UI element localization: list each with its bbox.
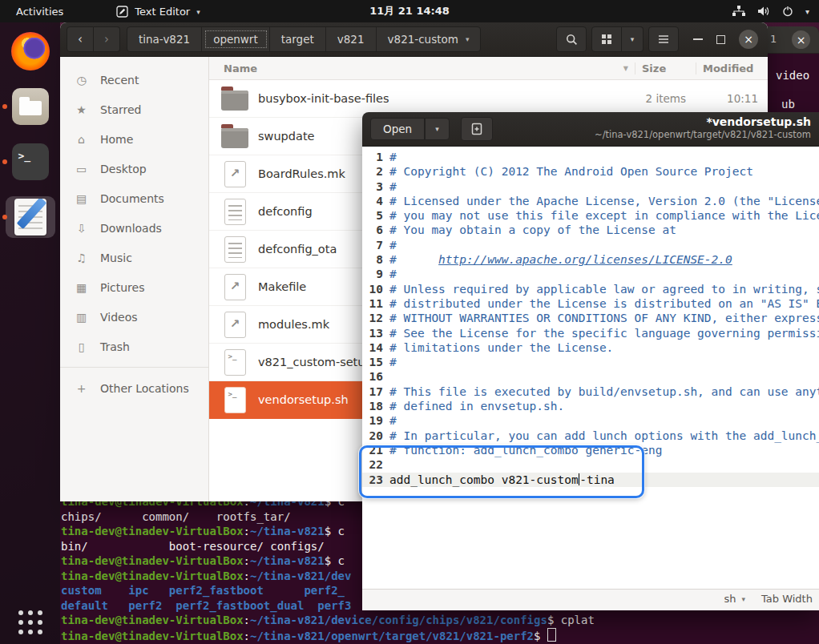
line-number: 1 — [362, 150, 389, 164]
window-controls: × — [693, 30, 758, 49]
folder-icon — [221, 122, 248, 151]
breadcrumb-item-target[interactable]: target — [270, 27, 326, 51]
terminal-side-text: video — [776, 69, 809, 82]
breadcrumb-label: v821-custom — [388, 33, 458, 46]
chevron-down-icon: ▾ — [631, 35, 635, 43]
sidebar-item-downloads[interactable]: ⇩Downloads — [60, 213, 208, 243]
clock[interactable]: 11月 21 14:48 — [369, 4, 450, 18]
build-glyph — [224, 274, 246, 300]
breadcrumb-item-v821-custom[interactable]: v821-custom▾ — [377, 27, 481, 51]
show-applications-button[interactable] — [18, 610, 42, 634]
sidebar-item-desktop[interactable]: ▭Desktop — [60, 154, 208, 183]
sidebar-item-pictures[interactable]: ▦Pictures — [60, 272, 208, 302]
text: # Licensed under the Apache License, Ver… — [389, 195, 819, 207]
code-line-16: 16 — [362, 369, 819, 384]
top-bar: Activities Text Editor ▾ 11月 21 14:48 ▾ — [0, 0, 819, 22]
file-name: busybox-init-base-files — [258, 92, 631, 105]
text: custom ipc perf2_fastboot perf2_ — [61, 584, 345, 597]
code-text: # you may not use this file except in co… — [389, 208, 819, 223]
text: # — [389, 268, 397, 280]
dock-item-text-editor[interactable] — [6, 196, 55, 238]
app-grid-dot — [28, 610, 33, 615]
text: # See the License for the specific langu… — [389, 327, 819, 340]
text: tina-dev@tinadev-VirtualBox — [61, 630, 244, 642]
view-options-button[interactable]: ▾ — [622, 26, 644, 52]
breadcrumb-item-tina-v821[interactable]: tina-v821 — [127, 27, 202, 51]
text: : — [244, 614, 250, 626]
trash-icon: ▯ — [75, 340, 88, 353]
doc-glyph — [224, 236, 246, 263]
app-menu-label: Text Editor — [135, 6, 190, 18]
editor-headerbar: Open ▾ *vendorsetup.sh ~/tina-v821/openw… — [362, 112, 819, 147]
code-line-8: 8# http://www.apache.org/licenses/LICENS… — [362, 252, 819, 267]
dock-item-firefox[interactable] — [6, 30, 55, 72]
tab-width-selector[interactable]: Tab Width — [761, 593, 813, 605]
sidebar-item-trash[interactable]: ▯Trash — [60, 332, 208, 361]
column-header-modified[interactable]: Modified — [696, 62, 768, 74]
sidebar-item-music[interactable]: ♫Music — [60, 243, 208, 272]
line-number: 9 — [362, 267, 389, 281]
running-indicator — [2, 159, 7, 164]
desktop: 1 × videoub tina-dev@tinadev-VirtualBox:… — [0, 0, 819, 644]
system-status-area[interactable]: ▾ — [732, 6, 809, 17]
breadcrumb-item-v821[interactable]: v821 — [326, 27, 377, 51]
sidebar-item-other-locations[interactable]: +Other Locations — [60, 373, 208, 403]
sidebar-item-documents[interactable]: ▤Documents — [60, 183, 208, 213]
sidebar-item-starred[interactable]: ★Starred — [60, 95, 208, 124]
terminal-line: tina-dev@tinadev-VirtualBox:~/tina-v821/… — [61, 613, 595, 628]
build-icon — [221, 159, 248, 188]
sidebar-item-home[interactable]: ⌂Home — [60, 124, 208, 154]
grid-view-button[interactable] — [591, 26, 622, 52]
text: : — [244, 554, 250, 567]
sidebar-item-recent[interactable]: ◷Recent — [60, 65, 208, 95]
back-button[interactable]: ‹ — [67, 26, 94, 52]
terminal-close-button[interactable]: × — [792, 30, 810, 49]
editor-text-area[interactable]: 1#2# Copyright (C) 2012 The Android Open… — [362, 147, 819, 589]
search-button[interactable] — [556, 26, 587, 52]
activities-button[interactable]: Activities — [16, 6, 63, 18]
dock-item-terminal[interactable]: >_ — [6, 141, 55, 183]
breadcrumb-label: v821 — [337, 33, 365, 46]
dock-item-files[interactable] — [6, 86, 55, 127]
code-text: # — [389, 238, 397, 252]
app-grid-dot — [38, 620, 42, 625]
line-number: 16 — [362, 369, 389, 384]
code-line-18: 18# defined in envsetup.sh. — [362, 399, 819, 413]
editor-title-block: *vendorsetup.sh ~/tina-v821/openwrt/targ… — [595, 115, 811, 140]
doc-icon — [221, 197, 248, 226]
code-line-9: 9# — [362, 267, 819, 281]
code-line-17: 17# This file is executed by build/envse… — [362, 384, 819, 399]
files-close-button[interactable]: × — [739, 30, 758, 49]
maximize-button[interactable] — [716, 35, 725, 44]
terminal-side-text: ub — [781, 98, 795, 111]
text: # — [389, 414, 397, 427]
open-dropdown-button[interactable]: ▾ — [425, 118, 450, 140]
code-line-12: 12# WITHOUT WARRANTIES OR CONDITIONS OF … — [362, 311, 819, 325]
close-icon: × — [744, 34, 753, 45]
language-selector[interactable]: sh ▾ — [724, 593, 745, 605]
line-number: 12 — [362, 311, 389, 325]
forward-button[interactable]: › — [94, 26, 120, 52]
app-menu[interactable]: Text Editor ▾ — [116, 6, 200, 18]
breadcrumb-item-openwrt[interactable]: openwrt — [202, 27, 270, 51]
column-header-size[interactable]: Size — [635, 62, 696, 74]
column-header-name[interactable]: Name ▼ — [209, 62, 635, 74]
text: $ c — [325, 525, 345, 537]
sidebar-item-videos[interactable]: ▥Videos — [60, 302, 208, 332]
chevron-down-icon: ▾ — [741, 595, 745, 603]
new-document-button[interactable] — [461, 117, 493, 141]
open-button[interactable]: Open — [370, 118, 425, 140]
back-icon: ‹ — [78, 32, 83, 46]
app-grid-dot — [18, 630, 23, 634]
text: tina-dev@tinadev-VirtualBox — [61, 554, 244, 567]
minimize-button[interactable] — [693, 38, 703, 40]
line-number: 19 — [362, 413, 389, 428]
text: ~/tina-v821/device/config/chips/v821/con… — [250, 614, 547, 626]
text: $ — [534, 630, 547, 642]
code-line-6: 6# You may obtain a copy of the License … — [362, 223, 819, 237]
document-title: *vendorsetup.sh — [595, 115, 811, 128]
line-number: 6 — [362, 223, 389, 237]
menu-button[interactable] — [648, 26, 679, 52]
text-editor-window: Open ▾ *vendorsetup.sh ~/tina-v821/openw… — [362, 112, 819, 610]
app-grid-dot — [28, 620, 33, 625]
